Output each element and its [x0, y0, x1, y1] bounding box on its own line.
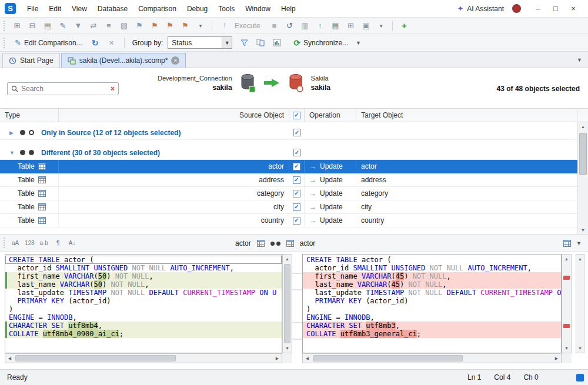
column-header-type[interactable]: Type: [0, 109, 59, 122]
code-line[interactable]: actor_id SMALLINT UNSIGNED NOT NULL AUTO…: [5, 264, 282, 272]
menu-tools[interactable]: Tools: [213, 2, 240, 16]
menu-help[interactable]: Help: [276, 2, 301, 16]
scroll-up-icon[interactable]: ▲: [562, 255, 571, 263]
row-checkbox[interactable]: [293, 163, 300, 170]
clear-search-icon[interactable]: ×: [109, 85, 116, 93]
scroll-down-icon[interactable]: ▼: [562, 344, 571, 353]
target-horizontal-scrollbar[interactable]: ◀ ▶: [302, 353, 562, 363]
compare-scripts-icon[interactable]: [253, 36, 268, 49]
cancel-comparison-icon[interactable]: ×: [105, 36, 119, 49]
minimize-button[interactable]: –: [529, 2, 547, 16]
column-header-source[interactable]: Source Object: [59, 109, 289, 122]
maximize-button[interactable]: □: [547, 2, 564, 16]
swap-source-target-icon[interactable]: ⇄: [86, 19, 101, 32]
table-row[interactable]: Tablecountry→Updatecountry: [0, 214, 577, 227]
scroll-down-icon[interactable]: ▼: [576, 344, 584, 353]
differences-menu-caret-icon[interactable]: ▾: [193, 19, 208, 32]
next-difference-icon[interactable]: ⚑: [163, 19, 177, 32]
image-export-icon[interactable]: ▣: [359, 19, 373, 32]
code-line[interactable]: PRIMARY KEY (actor_id): [303, 297, 561, 305]
target-vertical-scrollbar[interactable]: ▲ ▼: [562, 254, 572, 353]
sort-alphabetical-icon[interactable]: A↓: [66, 237, 79, 249]
expand-group-icon[interactable]: ▶: [9, 130, 16, 136]
code-line[interactable]: ENGINE = INNODB,: [5, 313, 282, 322]
table-row[interactable]: Tablecategory→Updatecategory: [0, 187, 577, 200]
execute-button[interactable]: ! Execute: [216, 18, 266, 34]
scrollbar-thumb[interactable]: [579, 133, 587, 175]
column-header-checkbox[interactable]: [289, 109, 305, 122]
close-button[interactable]: ×: [564, 2, 582, 16]
filter-objects-icon[interactable]: ▼: [71, 19, 85, 32]
comparison-report-icon[interactable]: [270, 36, 284, 49]
tab-close-icon[interactable]: ×: [171, 56, 179, 65]
edit-comparison-icon[interactable]: ✎: [56, 19, 70, 32]
code-line[interactable]: COLLATE utf8mb4_0900_ai_ci;: [5, 330, 282, 338]
code-line[interactable]: ENGINE = INNODB,: [303, 313, 561, 322]
whitespace-icon[interactable]: ¶: [52, 237, 65, 249]
code-line[interactable]: first_name VARCHAR(50) NOT NULL,: [5, 272, 282, 280]
case-sensitivity-icon[interactable]: aA: [9, 237, 22, 249]
row-checkbox[interactable]: [293, 203, 300, 211]
row-checkbox[interactable]: [293, 176, 300, 184]
source-vertical-scrollbar[interactable]: ▲ ▼: [282, 254, 292, 353]
edit-comparison-button[interactable]: ✎ Edit Comparison...: [11, 36, 86, 49]
diff-marker[interactable]: [563, 324, 570, 328]
synchronize-button[interactable]: ⟳ Synchronize...: [290, 36, 352, 49]
grid-vertical-scrollbar[interactable]: ▲ ▼: [577, 122, 588, 235]
data-grid-icon[interactable]: ▦: [328, 19, 342, 32]
row-checkbox[interactable]: [293, 190, 300, 197]
column-header-target[interactable]: Target Object: [356, 109, 577, 122]
code-line[interactable]: first_name VARCHAR(45) NOT NULL,: [303, 272, 561, 280]
group-only-in-source[interactable]: ▶Only in Source (12 of 12 objects select…: [0, 126, 577, 140]
select-all-checkbox[interactable]: [293, 112, 300, 119]
upload-script-icon[interactable]: ↑: [313, 19, 327, 32]
toolbar-grip[interactable]: [4, 21, 6, 31]
expand-all-icon[interactable]: ▧: [117, 19, 131, 32]
code-line[interactable]: last_update TIMESTAMP NOT NULL DEFAULT C…: [5, 289, 282, 297]
stop-icon[interactable]: ■: [267, 19, 281, 32]
code-line[interactable]: last_name VARCHAR(50) NOT NULL,: [5, 280, 282, 289]
search-box[interactable]: ×: [7, 82, 119, 95]
code-line[interactable]: last_update TIMESTAMP NOT NULL DEFAULT C…: [303, 289, 561, 297]
new-data-comparison-icon[interactable]: ⊟: [25, 19, 39, 32]
source-horizontal-scrollbar[interactable]: ◀ ▶: [5, 353, 282, 363]
word-diff-icon[interactable]: a·b: [38, 237, 51, 249]
diff-marker[interactable]: [563, 276, 570, 280]
tab-comparison-document[interactable]: sakila (Devel...akila).scomp* ×: [61, 53, 186, 68]
code-line[interactable]: CREATE TABLE actor (: [303, 256, 561, 264]
scroll-right-icon[interactable]: ▶: [552, 356, 561, 361]
menu-window[interactable]: Window: [240, 2, 276, 16]
menu-comparison[interactable]: Comparison: [133, 2, 182, 16]
menu-database[interactable]: Database: [92, 2, 133, 16]
scroll-up-icon[interactable]: ▲: [283, 255, 292, 263]
user-badge-icon[interactable]: [512, 4, 521, 13]
scroll-up-icon[interactable]: ▲: [576, 255, 584, 263]
scroll-down-icon[interactable]: ▼: [578, 226, 588, 235]
ddl-options-caret-icon[interactable]: ▼: [574, 240, 583, 246]
code-line[interactable]: last_name VARCHAR(45) NOT NULL,: [303, 280, 561, 289]
code-line[interactable]: actor_id SMALLINT UNSIGNED NOT NULL AUTO…: [303, 264, 561, 272]
add-connection-icon[interactable]: +: [397, 19, 411, 32]
scroll-left-icon[interactable]: ◀: [5, 356, 14, 361]
group-different[interactable]: ▼Different (30 of 30 objects selected): [0, 146, 577, 160]
new-schema-comparison-icon[interactable]: ⊞: [10, 19, 24, 32]
undo-history-icon[interactable]: ↺: [282, 19, 296, 32]
menu-debug[interactable]: Debug: [182, 2, 213, 16]
collapse-all-icon[interactable]: ≡: [102, 19, 116, 32]
table-row[interactable]: Tableactor→Updateactor: [0, 160, 577, 173]
menu-view[interactable]: View: [66, 2, 92, 16]
target-ddl-editor[interactable]: CREATE TABLE actor ( actor_id SMALLINT U…: [302, 254, 562, 353]
pivot-grid-icon[interactable]: ⊞: [343, 19, 358, 32]
tools-menu-caret-icon[interactable]: ▾: [374, 19, 388, 32]
bookmark-icon[interactable]: ⚑: [132, 19, 146, 32]
code-line[interactable]: ): [303, 305, 561, 313]
scrollbar-thumb[interactable]: [15, 355, 176, 361]
group-checkbox[interactable]: [293, 129, 301, 136]
scroll-right-icon[interactable]: ▶: [273, 356, 282, 361]
table-row[interactable]: Tableaddress→Updateaddress: [0, 173, 577, 187]
refresh-comparison-icon[interactable]: ↻: [88, 36, 102, 49]
scroll-left-icon[interactable]: ◀: [303, 356, 312, 361]
synchronize-menu-caret-icon[interactable]: ▼: [354, 40, 363, 46]
menu-file[interactable]: File: [22, 2, 44, 16]
scroll-down-icon[interactable]: ▼: [283, 344, 292, 353]
